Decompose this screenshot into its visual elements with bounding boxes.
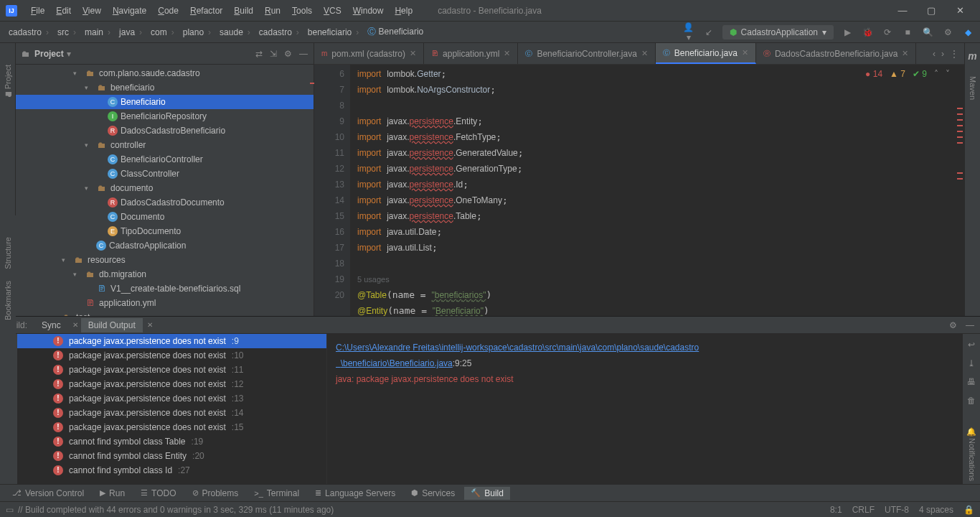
tree-node-DadosCadastroDocumento[interactable]: RDadosCadastroDocumento bbox=[16, 195, 314, 210]
minimize-button[interactable]: — bbox=[894, 5, 911, 16]
menu-window[interactable]: Window bbox=[348, 4, 389, 18]
tab-Beneficiario.java[interactable]: ⒸBeneficiario.java✕ bbox=[656, 43, 756, 64]
readonly-lock-icon[interactable]: 🔒 bbox=[963, 505, 974, 515]
build-error-item[interactable]: !package javax.persistence does not exis… bbox=[17, 363, 326, 377]
tree-node-DadosCadastroBeneficiario[interactable]: RDadosCadastroBeneficiario bbox=[16, 124, 314, 138]
menu-code[interactable]: Code bbox=[153, 4, 184, 18]
tab-DadosCadastroBeneficiario.java[interactable]: ⓇDadosCadastroBeneficiario.java✕ bbox=[756, 43, 916, 64]
gear-icon[interactable]: ⚙ bbox=[949, 320, 957, 330]
search-icon[interactable]: 🔍 bbox=[921, 27, 934, 37]
build-error-item[interactable]: !package javax.persistence does not exis… bbox=[17, 391, 326, 406]
error-stripe[interactable] bbox=[956, 65, 964, 316]
toolwindow-language-servers[interactable]: ≣Language Servers bbox=[308, 487, 402, 500]
menu-build[interactable]: Build bbox=[229, 4, 258, 18]
build-error-item[interactable]: !cannot find symbol class Id :27 bbox=[17, 463, 326, 478]
crumb-src[interactable]: src bbox=[55, 26, 80, 39]
close-tab-icon[interactable]: ✕ bbox=[742, 48, 748, 57]
project-tree[interactable]: ▾🖿com.plano.saude.cadastro▾🖿beneficiario… bbox=[16, 65, 314, 316]
menu-run[interactable]: Run bbox=[260, 4, 286, 18]
crumb-cadastro[interactable]: cadastro bbox=[256, 26, 303, 39]
close-button[interactable]: ✕ bbox=[951, 5, 969, 16]
status-icon[interactable]: ▭ bbox=[6, 505, 14, 515]
file-encoding[interactable]: UTF-8 bbox=[885, 505, 909, 515]
tree-node-com.plano.saude.cadastro[interactable]: ▾🖿com.plano.saude.cadastro bbox=[16, 66, 314, 80]
vcs-update-icon[interactable]: ↙ bbox=[702, 27, 715, 37]
build-tab-output[interactable]: Build Output bbox=[81, 318, 143, 332]
tree-node-db.migration[interactable]: ▾🖿db.migration bbox=[16, 267, 314, 281]
user-icon[interactable]: 👤▾ bbox=[682, 22, 695, 42]
menu-edit[interactable]: Edit bbox=[51, 4, 76, 18]
tab-list-icon[interactable]: ⋮ bbox=[950, 49, 958, 59]
toolwindow-version-control[interactable]: ⎇Version Control bbox=[6, 487, 90, 500]
build-error-item[interactable]: !package javax.persistence does not exis… bbox=[17, 348, 326, 363]
tree-node-beneficiario[interactable]: ▾🖿beneficiario bbox=[16, 80, 314, 95]
maven-tool-button[interactable]: Maven bbox=[969, 76, 977, 100]
tree-node-ClassController[interactable]: CClassController bbox=[16, 167, 314, 181]
run-config-selector[interactable]: ⬢ CadastroApplication ▾ bbox=[722, 25, 834, 39]
tree-node-test[interactable]: ▾🖿test bbox=[16, 310, 314, 316]
build-error-list[interactable]: !package javax.persistence does not exis… bbox=[17, 334, 327, 484]
maximize-button[interactable]: ▢ bbox=[923, 5, 940, 16]
tree-node-controller[interactable]: ▾🖿controller bbox=[16, 138, 314, 152]
toolwindow-todo[interactable]: ☰TODO bbox=[134, 487, 182, 500]
bookmarks-tool-button[interactable]: Bookmarks bbox=[4, 281, 12, 320]
debug-button[interactable]: 🐞 bbox=[861, 27, 874, 37]
menu-file[interactable]: File bbox=[26, 4, 50, 18]
warning-count[interactable]: ▲ 7 bbox=[890, 69, 905, 79]
menu-vcs[interactable]: VCS bbox=[319, 4, 347, 18]
menu-navigate[interactable]: Navigate bbox=[108, 4, 151, 18]
build-error-item[interactable]: !cannot find symbol class Entity :20 bbox=[17, 449, 326, 463]
hide-icon[interactable]: — bbox=[966, 320, 974, 330]
gear-icon[interactable]: ⚙ bbox=[284, 49, 292, 59]
run-button[interactable]: ▶ bbox=[841, 27, 854, 37]
indent-setting[interactable]: 4 spaces bbox=[919, 505, 953, 515]
tab-application.yml[interactable]: 🖹application.yml✕ bbox=[424, 43, 518, 64]
toolwindow-problems[interactable]: ⊘Problems bbox=[186, 487, 245, 500]
editor-inspection-status[interactable]: ● 14 ▲ 7 ✔ 9 ˄ ˅ bbox=[865, 69, 950, 79]
prev-highlight-icon[interactable]: ˄ bbox=[934, 69, 938, 79]
code-area[interactable]: import lombok.Getter; import lombok.NoAr… bbox=[350, 65, 964, 316]
file-link[interactable]: C:\Users\Alexandre Freitas\intellij-work… bbox=[336, 343, 699, 368]
ok-count[interactable]: ✔ 9 bbox=[913, 69, 927, 79]
line-separator[interactable]: CRLF bbox=[852, 505, 875, 515]
toolwindow-terminal[interactable]: >_Terminal bbox=[248, 487, 306, 500]
prev-tab-icon[interactable]: ‹ bbox=[933, 49, 936, 59]
crumb-com[interactable]: com bbox=[148, 26, 179, 39]
tree-node-Documento[interactable]: CDocumento bbox=[16, 210, 314, 224]
next-tab-icon[interactable]: › bbox=[941, 49, 944, 59]
next-highlight-icon[interactable]: ˅ bbox=[946, 69, 950, 79]
toolwindow-build[interactable]: 🔨Build bbox=[464, 487, 510, 500]
tree-node-BeneficiarioRepository[interactable]: IBeneficiarioRepository bbox=[16, 109, 314, 124]
close-tab-icon[interactable]: ✕ bbox=[641, 49, 648, 58]
stop-button[interactable]: ■ bbox=[901, 27, 914, 37]
tree-node-resources[interactable]: ▾🖿resources bbox=[16, 253, 314, 267]
build-tab-sync[interactable]: Sync bbox=[34, 318, 68, 332]
ide-update-icon[interactable]: ◆ bbox=[961, 27, 974, 37]
coverage-button[interactable]: ⟳ bbox=[881, 27, 894, 37]
editor-body[interactable]: 67891011121314151617181920 import lombok… bbox=[314, 65, 964, 316]
build-error-item[interactable]: !package javax.persistence does not exis… bbox=[17, 406, 326, 420]
menu-help[interactable]: Help bbox=[390, 4, 418, 18]
tree-node-TipoDocumento[interactable]: ETipoDocumento bbox=[16, 224, 314, 238]
crumb-java[interactable]: java bbox=[116, 26, 146, 39]
tab-pom.xml (cadastro)[interactable]: mpom.xml (cadastro)✕ bbox=[314, 43, 424, 64]
menu-tools[interactable]: Tools bbox=[287, 4, 317, 18]
select-opened-file-icon[interactable]: ⇄ bbox=[255, 49, 263, 59]
menu-view[interactable]: View bbox=[77, 4, 106, 18]
crumb-cadastro[interactable]: cadastro bbox=[6, 26, 53, 39]
toolwindow-run[interactable]: ▶Run bbox=[93, 487, 131, 500]
build-error-item[interactable]: !package javax.persistence does not exis… bbox=[17, 420, 326, 434]
build-error-item[interactable]: !cannot find symbol class Table :19 bbox=[17, 434, 326, 449]
structure-tool-button[interactable]: Structure bbox=[4, 237, 12, 269]
error-count[interactable]: ● 14 bbox=[865, 69, 882, 79]
tree-node-application.yml[interactable]: 🖹application.yml bbox=[16, 296, 314, 310]
expand-all-icon[interactable]: ⇲ bbox=[270, 49, 277, 59]
tree-node-V1__create-table-beneficiarios.sql[interactable]: 🖹V1__create-table-beneficiarios.sql bbox=[16, 281, 314, 296]
tree-node-documento[interactable]: ▾🖿documento bbox=[16, 181, 314, 195]
crumb-beneficiario[interactable]: beneficiario bbox=[305, 26, 363, 39]
settings-icon[interactable]: ⚙ bbox=[941, 27, 954, 37]
close-tab-icon[interactable]: ✕ bbox=[902, 49, 908, 58]
close-tab-icon[interactable]: ✕ bbox=[410, 49, 416, 58]
menu-refactor[interactable]: Refactor bbox=[185, 4, 227, 18]
close-tab-icon[interactable]: ✕ bbox=[504, 49, 510, 58]
